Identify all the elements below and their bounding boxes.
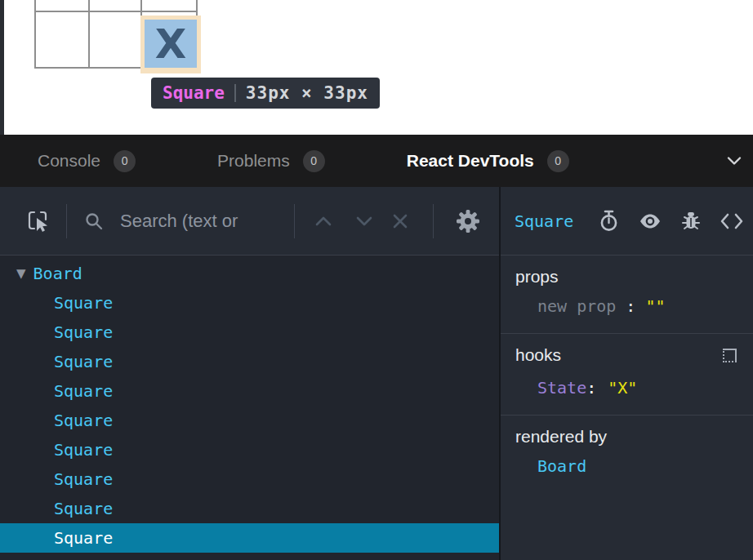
component-details-panel: Square props new prop <box>501 187 753 560</box>
colon: : <box>586 378 596 398</box>
search-input[interactable]: Search (text or <box>120 211 283 232</box>
details-header: Square <box>501 187 753 256</box>
hooks-section-title: hooks <box>515 345 561 365</box>
hook-value[interactable]: "X" <box>608 378 637 398</box>
tree-row-square[interactable]: Square <box>0 347 499 376</box>
props-section-title: props <box>515 267 559 287</box>
component-name: Board <box>33 259 82 288</box>
search-prev-icon[interactable] <box>314 216 332 227</box>
hook-name: State <box>537 378 586 398</box>
tooltip-component-name: Square <box>163 83 225 103</box>
eye-icon[interactable] <box>639 213 662 229</box>
tree-row-board[interactable]: ▼ Board <box>0 259 499 288</box>
tree-row-square[interactable]: Square <box>0 494 499 523</box>
component-name: Square <box>54 494 113 523</box>
tab-react-devtools[interactable]: React DevTools 0 <box>407 150 569 172</box>
tree-row-square[interactable]: Square <box>0 464 499 494</box>
tree-toolbar: Search (text or <box>0 187 499 256</box>
props-section: props new prop : "" <box>501 256 753 333</box>
state-hook-row: State: "X" <box>515 378 740 398</box>
react-devtools-count-badge: 0 <box>547 150 569 172</box>
profiler-stopwatch-icon[interactable] <box>599 210 619 232</box>
parse-hook-names-icon[interactable] <box>723 349 737 362</box>
square-value: X <box>155 24 187 64</box>
tab-problems[interactable]: Problems 0 <box>217 150 325 172</box>
selected-component-title: Square <box>515 211 573 231</box>
component-name: Square <box>54 288 113 318</box>
prop-value[interactable]: "" <box>645 296 665 316</box>
hooks-section: hooks State: "X" <box>501 333 753 415</box>
component-name: Square <box>54 523 113 553</box>
window-edge <box>0 0 4 135</box>
toolbar-divider <box>66 204 67 238</box>
devtools-window: X Square 33px × 33px Console 0 Problems … <box>0 0 753 560</box>
gear-icon[interactable] <box>455 208 481 234</box>
component-name: Square <box>54 318 113 347</box>
tree-row-square[interactable]: Square <box>0 376 499 406</box>
chevron-down-icon[interactable] <box>727 157 742 166</box>
tree-row-square-selected[interactable]: Square <box>0 523 499 553</box>
board-gridline <box>34 11 198 12</box>
component-name: Square <box>54 376 113 406</box>
expand-arrow-icon[interactable]: ▼ <box>16 259 26 288</box>
clear-search-icon[interactable] <box>391 212 409 230</box>
component-tree: ▼ Board Square Square Square Square Squa… <box>0 256 499 553</box>
component-name: Square <box>54 406 113 435</box>
tree-row-square[interactable]: Square <box>0 288 499 318</box>
component-name: Square <box>54 347 113 376</box>
problems-count-badge: 0 <box>303 150 325 172</box>
tab-console[interactable]: Console 0 <box>38 150 136 172</box>
view-source-code-icon[interactable] <box>720 213 743 229</box>
bug-icon[interactable] <box>681 211 701 232</box>
prop-key[interactable]: new prop <box>537 296 616 316</box>
toolbar-divider <box>433 204 434 238</box>
components-tree-panel: Search (text or <box>0 187 499 560</box>
rendered-by-owner-link[interactable]: Board <box>515 456 740 476</box>
board-square-highlighted[interactable]: X <box>145 20 197 68</box>
component-name: Square <box>54 435 113 464</box>
new-prop-row: new prop : "" <box>515 296 740 316</box>
tree-row-square[interactable]: Square <box>0 435 499 464</box>
search-icon <box>84 211 104 231</box>
rendered-by-section: rendered by Board <box>501 415 753 560</box>
devtools-tabbar: Console 0 Problems 0 React DevTools 0 <box>0 135 753 187</box>
page-viewport: X Square 33px × 33px <box>0 0 753 135</box>
toolbar-divider <box>294 204 295 238</box>
rendered-by-title: rendered by <box>515 427 607 447</box>
tree-row-square[interactable]: Square <box>0 406 499 435</box>
component-name: Square <box>54 464 113 494</box>
tooltip-dimensions: 33px × 33px <box>246 83 368 103</box>
tooltip-divider <box>234 84 236 102</box>
colon: : <box>626 296 635 316</box>
inspect-tooltip: Square 33px × 33px <box>151 78 380 109</box>
console-count-badge: 0 <box>114 150 136 172</box>
inspect-element-icon[interactable] <box>26 209 51 233</box>
search-next-icon[interactable] <box>355 216 373 227</box>
tree-row-square[interactable]: Square <box>0 318 499 347</box>
